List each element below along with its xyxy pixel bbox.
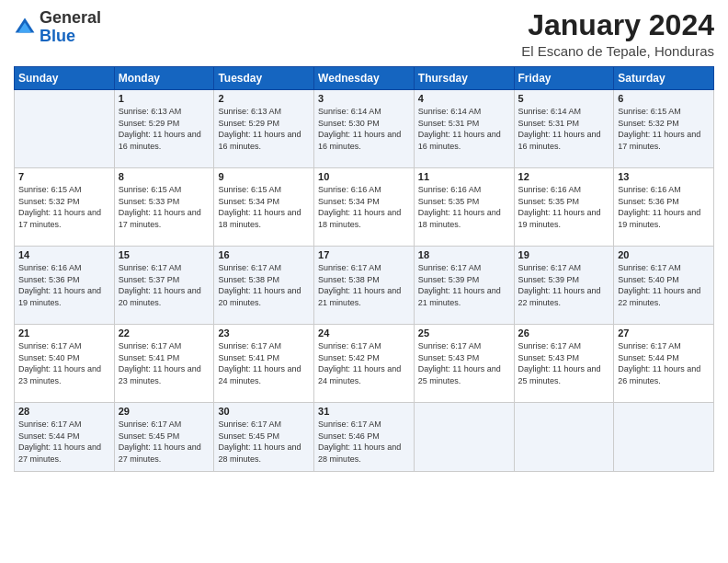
calendar-cell [414,403,514,472]
day-info: Sunrise: 6:17 AMSunset: 5:38 PMDaylight:… [318,262,410,308]
calendar-cell: 2Sunrise: 6:13 AMSunset: 5:29 PMDaylight… [214,90,314,168]
logo-blue: Blue [40,27,75,45]
day-info: Sunrise: 6:13 AMSunset: 5:29 PMDaylight:… [119,106,210,152]
day-number: 31 [318,406,410,417]
day-info: Sunrise: 6:16 AMSunset: 5:36 PMDaylight:… [618,184,710,230]
calendar-cell: 10Sunrise: 6:16 AMSunset: 5:34 PMDayligh… [314,168,415,247]
logo-text: General Blue [40,9,101,46]
calendar-cell: 20Sunrise: 6:17 AMSunset: 5:40 PMDayligh… [614,247,714,325]
calendar-cell: 27Sunrise: 6:17 AMSunset: 5:44 PMDayligh… [614,325,714,403]
calendar-cell: 7Sunrise: 6:15 AMSunset: 5:32 PMDaylight… [15,168,115,247]
day-info: Sunrise: 6:17 AMSunset: 5:45 PMDaylight:… [218,419,310,465]
day-number: 18 [418,249,510,260]
page-container: General Blue January 2024 El Escano de T… [0,0,728,563]
calendar-week-1: 1Sunrise: 6:13 AMSunset: 5:29 PMDaylight… [15,90,714,168]
calendar-cell [614,403,714,472]
logo-general: General [40,8,101,27]
calendar-cell: 24Sunrise: 6:17 AMSunset: 5:42 PMDayligh… [314,325,415,403]
calendar-cell [15,90,115,168]
calendar-week-4: 21Sunrise: 6:17 AMSunset: 5:40 PMDayligh… [15,325,714,403]
day-number: 27 [618,327,710,339]
day-number: 10 [318,171,410,182]
day-info: Sunrise: 6:17 AMSunset: 5:42 PMDaylight:… [318,340,410,386]
day-number: 15 [119,249,210,260]
day-number: 9 [218,171,310,182]
day-info: Sunrise: 6:17 AMSunset: 5:43 PMDaylight:… [418,340,510,386]
day-number: 20 [618,249,710,260]
calendar-cell [514,403,614,472]
day-info: Sunrise: 6:16 AMSunset: 5:35 PMDaylight:… [418,184,510,230]
calendar-cell: 3Sunrise: 6:14 AMSunset: 5:30 PMDaylight… [314,90,415,168]
day-number: 8 [119,171,210,182]
header-day-tuesday: Tuesday [214,67,314,90]
calendar-cell: 22Sunrise: 6:17 AMSunset: 5:41 PMDayligh… [114,325,214,403]
day-info: Sunrise: 6:15 AMSunset: 5:33 PMDaylight:… [119,184,210,230]
day-info: Sunrise: 6:17 AMSunset: 5:38 PMDaylight:… [218,262,310,308]
day-info: Sunrise: 6:14 AMSunset: 5:30 PMDaylight:… [318,106,410,152]
calendar-cell: 26Sunrise: 6:17 AMSunset: 5:43 PMDayligh… [514,325,614,403]
day-info: Sunrise: 6:13 AMSunset: 5:29 PMDaylight:… [218,106,310,152]
day-number: 14 [18,249,110,260]
day-number: 25 [418,327,510,339]
header-day-wednesday: Wednesday [314,67,415,90]
day-info: Sunrise: 6:14 AMSunset: 5:31 PMDaylight:… [418,106,510,152]
calendar-cell: 17Sunrise: 6:17 AMSunset: 5:38 PMDayligh… [314,247,415,325]
calendar-cell: 19Sunrise: 6:17 AMSunset: 5:39 PMDayligh… [514,247,614,325]
day-info: Sunrise: 6:17 AMSunset: 5:39 PMDaylight:… [518,262,610,308]
day-info: Sunrise: 6:15 AMSunset: 5:32 PMDaylight:… [618,106,710,152]
day-number: 30 [218,406,310,417]
day-number: 1 [119,93,210,104]
day-info: Sunrise: 6:15 AMSunset: 5:32 PMDaylight:… [18,184,110,230]
day-number: 6 [618,93,710,104]
calendar-cell: 23Sunrise: 6:17 AMSunset: 5:41 PMDayligh… [214,325,314,403]
day-info: Sunrise: 6:17 AMSunset: 5:40 PMDaylight:… [18,340,110,386]
day-info: Sunrise: 6:17 AMSunset: 5:39 PMDaylight:… [418,262,510,308]
day-info: Sunrise: 6:17 AMSunset: 5:46 PMDaylight:… [318,419,410,465]
calendar-cell: 28Sunrise: 6:17 AMSunset: 5:44 PMDayligh… [15,403,115,472]
calendar-body: 1Sunrise: 6:13 AMSunset: 5:29 PMDaylight… [15,90,714,472]
calendar-header: SundayMondayTuesdayWednesdayThursdayFrid… [15,67,714,90]
calendar-cell: 30Sunrise: 6:17 AMSunset: 5:45 PMDayligh… [214,403,314,472]
day-info: Sunrise: 6:16 AMSunset: 5:35 PMDaylight:… [518,184,610,230]
calendar-cell: 21Sunrise: 6:17 AMSunset: 5:40 PMDayligh… [15,325,115,403]
calendar-cell: 5Sunrise: 6:14 AMSunset: 5:31 PMDaylight… [514,90,614,168]
calendar-cell: 13Sunrise: 6:16 AMSunset: 5:36 PMDayligh… [614,168,714,247]
day-number: 2 [218,93,310,104]
calendar-cell: 18Sunrise: 6:17 AMSunset: 5:39 PMDayligh… [414,247,514,325]
day-info: Sunrise: 6:16 AMSunset: 5:36 PMDaylight:… [18,262,110,308]
calendar-week-5: 28Sunrise: 6:17 AMSunset: 5:44 PMDayligh… [15,403,714,472]
day-number: 12 [518,171,610,182]
calendar-cell: 12Sunrise: 6:16 AMSunset: 5:35 PMDayligh… [514,168,614,247]
calendar-cell: 16Sunrise: 6:17 AMSunset: 5:38 PMDayligh… [214,247,314,325]
calendar-table: SundayMondayTuesdayWednesdayThursdayFrid… [14,66,714,472]
logo: General Blue [14,9,101,46]
day-number: 22 [119,327,210,339]
header: General Blue January 2024 El Escano de T… [14,9,714,59]
day-number: 17 [318,249,410,260]
day-number: 5 [518,93,610,104]
header-day-friday: Friday [514,67,614,90]
day-info: Sunrise: 6:17 AMSunset: 5:41 PMDaylight:… [119,340,210,386]
day-info: Sunrise: 6:17 AMSunset: 5:44 PMDaylight:… [618,340,710,386]
logo-icon [14,17,36,39]
day-number: 21 [18,327,110,339]
calendar-cell: 6Sunrise: 6:15 AMSunset: 5:32 PMDaylight… [614,90,714,168]
day-number: 19 [518,249,610,260]
day-info: Sunrise: 6:15 AMSunset: 5:34 PMDaylight:… [218,184,310,230]
calendar-cell: 1Sunrise: 6:13 AMSunset: 5:29 PMDaylight… [114,90,214,168]
calendar-cell: 15Sunrise: 6:17 AMSunset: 5:37 PMDayligh… [114,247,214,325]
header-day-saturday: Saturday [614,67,714,90]
day-number: 11 [418,171,510,182]
day-info: Sunrise: 6:17 AMSunset: 5:41 PMDaylight:… [218,340,310,386]
day-number: 23 [218,327,310,339]
calendar-cell: 25Sunrise: 6:17 AMSunset: 5:43 PMDayligh… [414,325,514,403]
day-number: 26 [518,327,610,339]
day-number: 3 [318,93,410,104]
day-info: Sunrise: 6:17 AMSunset: 5:45 PMDaylight:… [119,419,210,465]
day-info: Sunrise: 6:17 AMSunset: 5:40 PMDaylight:… [618,262,710,308]
day-number: 13 [618,171,710,182]
day-number: 24 [318,327,410,339]
calendar-cell: 9Sunrise: 6:15 AMSunset: 5:34 PMDaylight… [214,168,314,247]
title-block: January 2024 El Escano de Tepale, Hondur… [521,9,714,59]
calendar-week-3: 14Sunrise: 6:16 AMSunset: 5:36 PMDayligh… [15,247,714,325]
